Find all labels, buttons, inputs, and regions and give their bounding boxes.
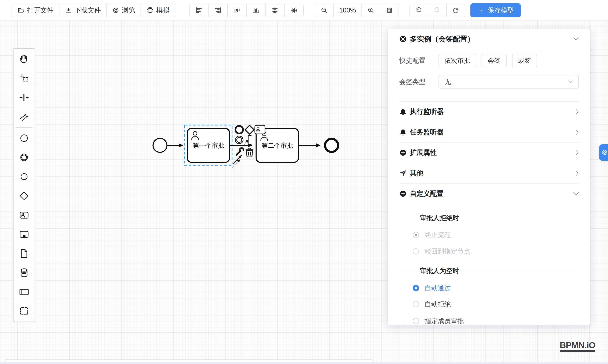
empty-section-title: 审批人为空时 bbox=[399, 267, 579, 275]
section-extended-properties[interactable]: 扩展属性 bbox=[399, 143, 579, 163]
radio-terminate-process[interactable]: 终止流程 bbox=[413, 231, 579, 239]
align-bottom-icon bbox=[252, 7, 260, 14]
open-file-label: 打开文件 bbox=[27, 6, 53, 15]
space-tool-icon bbox=[19, 92, 29, 103]
zoom-in-button[interactable] bbox=[361, 4, 380, 17]
chevron-down-icon bbox=[568, 80, 573, 83]
download-file-label: 下载文件 bbox=[75, 6, 101, 15]
align-bottom-button[interactable] bbox=[246, 4, 265, 17]
undo-button[interactable] bbox=[410, 4, 428, 17]
section-label: 扩展属性 bbox=[410, 148, 437, 157]
zoom-out-icon bbox=[321, 7, 328, 14]
section-label: 自定义配置 bbox=[410, 189, 444, 198]
quick-config-label: 快捷配置 bbox=[399, 56, 438, 65]
redo-button[interactable] bbox=[428, 4, 446, 17]
section-label: 执行监听器 bbox=[410, 107, 444, 117]
zoom-level: 100% bbox=[333, 4, 361, 17]
quick-option-orsign[interactable]: 或签 bbox=[512, 54, 537, 67]
radio-icon bbox=[413, 285, 419, 291]
chevron-down-icon bbox=[573, 192, 579, 196]
align-middle-vertical-icon bbox=[290, 7, 298, 14]
append-subprocess-icon[interactable] bbox=[248, 136, 251, 144]
create-group[interactable] bbox=[13, 301, 35, 321]
align-right-button[interactable] bbox=[208, 4, 227, 17]
append-user-task-icon[interactable] bbox=[255, 125, 265, 134]
subprocess-icon bbox=[19, 229, 29, 239]
gear-icon bbox=[601, 149, 608, 156]
zoom-out-button[interactable] bbox=[315, 4, 333, 17]
undo-icon bbox=[415, 7, 422, 14]
quick-option-countersign[interactable]: 会签 bbox=[482, 54, 507, 67]
simulate-button[interactable]: 模拟 bbox=[141, 4, 175, 17]
align-left-button[interactable] bbox=[190, 4, 208, 17]
create-intermediate-event[interactable] bbox=[13, 148, 35, 167]
create-data-store[interactable] bbox=[13, 263, 35, 282]
create-user-task[interactable] bbox=[13, 205, 35, 225]
create-data-object[interactable] bbox=[13, 244, 35, 263]
append-end-event-icon[interactable] bbox=[236, 126, 243, 133]
create-gateway[interactable] bbox=[13, 186, 35, 205]
radio-return-to-node[interactable]: 驳回到指定节点 bbox=[413, 247, 579, 256]
align-middle-vertical-button[interactable] bbox=[284, 4, 303, 17]
simulate-label: 模拟 bbox=[156, 6, 169, 15]
radio-icon bbox=[413, 318, 419, 324]
settings-tab[interactable] bbox=[599, 144, 608, 161]
radio-icon bbox=[413, 301, 419, 307]
intermediate-event-icon bbox=[19, 152, 29, 162]
sign-type-select[interactable]: 无 bbox=[438, 75, 579, 89]
open-file-button[interactable]: 打开文件 bbox=[12, 4, 59, 17]
zoom-fit-button[interactable] bbox=[380, 4, 398, 17]
radio-auto-reject[interactable]: 自动拒绝 bbox=[413, 300, 579, 308]
horizontal-scrollbar[interactable] bbox=[5, 360, 373, 363]
trash-icon[interactable] bbox=[246, 148, 253, 157]
download-file-button[interactable]: 下载文件 bbox=[59, 4, 106, 17]
hand-icon bbox=[19, 54, 29, 64]
section-execution-listener[interactable]: 执行监听器 bbox=[399, 102, 579, 122]
preview-button[interactable]: 浏览 bbox=[106, 4, 141, 17]
participant-icon bbox=[19, 287, 29, 297]
quick-option-sequential[interactable]: 依次审批 bbox=[438, 54, 476, 67]
start-event-shape[interactable] bbox=[153, 138, 167, 152]
append-intermediate-event-icon[interactable] bbox=[236, 136, 243, 144]
radio-icon bbox=[413, 232, 419, 238]
toolbar: 打开文件 下载文件 浏览 bbox=[0, 0, 608, 21]
radio-label: 指定成员审批 bbox=[424, 317, 464, 325]
lasso-tool[interactable] bbox=[13, 69, 35, 88]
bell-icon bbox=[399, 108, 407, 115]
section-other[interactable]: 其他 bbox=[399, 163, 579, 183]
radio-auto-pass[interactable]: 自动通过 bbox=[413, 284, 579, 292]
connect-tool-icon[interactable] bbox=[232, 155, 241, 168]
reset-button[interactable] bbox=[446, 4, 465, 17]
connect-icon bbox=[19, 112, 29, 122]
zoom-button-group: 100% bbox=[315, 4, 399, 17]
create-subprocess[interactable] bbox=[13, 225, 35, 244]
page-bottom-edge bbox=[0, 362, 608, 364]
section-list: 执行监听器 任务监听器 扩展属性 bbox=[399, 101, 579, 204]
data-object-icon bbox=[19, 248, 29, 259]
chevron-down-icon[interactable] bbox=[573, 37, 579, 41]
panel-header[interactable]: 多实例（会签配置） bbox=[399, 29, 579, 49]
download-icon bbox=[65, 7, 72, 14]
wrench-icon[interactable] bbox=[237, 147, 244, 155]
task-first-approval[interactable]: 第一个审批 bbox=[187, 129, 229, 162]
section-custom-config[interactable]: 自定义配置 bbox=[399, 183, 579, 204]
chevron-right-icon bbox=[575, 150, 579, 156]
create-start-event[interactable] bbox=[13, 129, 35, 148]
append-gateway-icon[interactable] bbox=[245, 125, 254, 134]
task-label: 第一个审批 bbox=[193, 142, 224, 149]
hand-tool[interactable] bbox=[13, 50, 35, 69]
radio-assign-member[interactable]: 指定成员审批 bbox=[413, 317, 579, 325]
create-end-event[interactable] bbox=[13, 167, 35, 186]
save-model-button[interactable]: ＋ 保存模型 bbox=[470, 3, 521, 17]
create-participant[interactable] bbox=[13, 282, 35, 301]
end-event-shape[interactable] bbox=[325, 139, 338, 152]
global-connect-tool[interactable] bbox=[13, 107, 35, 126]
align-center-horizontal-button[interactable] bbox=[265, 4, 284, 17]
palette bbox=[13, 48, 35, 322]
bell-icon bbox=[399, 129, 407, 136]
align-right-icon bbox=[214, 7, 222, 14]
section-task-listener[interactable]: 任务监听器 bbox=[399, 122, 579, 143]
save-model-label: 保存模型 bbox=[488, 6, 514, 15]
space-tool[interactable] bbox=[13, 88, 35, 107]
align-top-button[interactable] bbox=[227, 4, 246, 17]
